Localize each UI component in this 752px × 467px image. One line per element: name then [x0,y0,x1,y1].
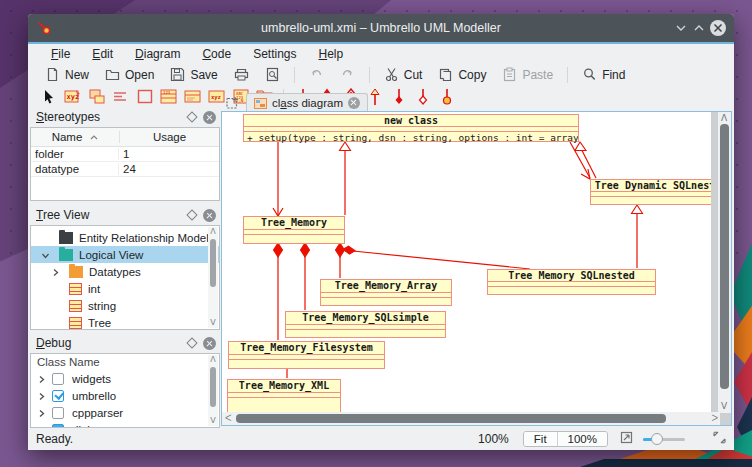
chevron-down-icon[interactable] [41,250,50,259]
chevron-right-icon[interactable] [37,374,46,383]
box-tool-icon[interactable] [136,88,153,105]
new-button[interactable]: New [38,65,96,84]
copy-icon [438,67,453,82]
slider-handle[interactable] [651,433,663,445]
menu-diagram[interactable]: Diagram [126,45,189,63]
print-preview-button[interactable] [258,65,287,84]
scroll-up-icon[interactable]: ᐱ [208,227,218,237]
open-folder-icon [105,67,120,82]
tree-item-string[interactable]: string [31,297,219,314]
select-tool-icon[interactable] [40,88,57,105]
undo-button[interactable] [302,65,331,84]
debug-item-widgets[interactable]: widgets [31,370,219,387]
tree-view-scrollbar[interactable]: ᐱ ᐯ [208,227,218,328]
menu-edit[interactable]: Edit [83,45,122,63]
find-button[interactable]: Find [575,65,632,84]
debug-scrollbar[interactable]: ᐱ ᐯ [208,355,218,426]
vertical-scrollbar[interactable]: ᐱ ᐯ [718,112,731,413]
menu-code[interactable]: Code [193,45,240,63]
fit-button[interactable]: Fit [524,432,557,446]
close-icon[interactable] [710,20,726,36]
horizontal-scrollbar[interactable]: ᐸ ᐳ [222,412,720,425]
debug-panel-header[interactable]: Debug [30,333,220,353]
umbrello-window: umbrello-uml.xmi – Umbrello UML Modeller… [28,14,734,450]
tree-view-panel-header[interactable]: Tree View [30,205,220,225]
print-button[interactable] [227,65,256,84]
vertical-scrollbar-thumb[interactable] [720,124,729,389]
tab-class-diagram[interactable]: class diagram [246,93,368,112]
class-box-tree_memory_sqlnested[interactable]: Tree_Memory_SQLnested [487,269,656,295]
chevron-right-icon[interactable] [51,267,60,276]
scroll-left-icon[interactable]: ᐸ [225,412,232,425]
stereotype-name: datatype [31,163,119,175]
desktop: umbrello-uml.xmi – Umbrello UML Modeller… [0,0,752,467]
statusbar: Ready. 100% Fit 100% [28,428,734,450]
debug-item-dialogs[interactable]: dialogs [31,421,219,428]
column-name[interactable]: Name [31,131,120,143]
zoom-original-icon[interactable] [620,431,633,447]
zoom-slider[interactable] [643,432,685,446]
debug-item-label: cppparser [72,407,123,419]
new-tab-icon[interactable] [226,96,239,109]
table-row[interactable]: folder 1 [31,147,219,162]
close-panel-icon[interactable] [202,110,216,124]
horizontal-scrollbar-thumb[interactable] [236,414,666,423]
class-tool-icon[interactable]: 123 [160,88,177,105]
table-row[interactable]: datatype 24 [31,162,219,177]
checkbox-unchecked[interactable] [52,373,64,385]
copy-button[interactable]: Copy [431,65,493,84]
diagram-canvas[interactable]: new_class + setup(type : string, dsn : s… [222,112,711,413]
titlebar[interactable]: umbrello-uml.xmi – Umbrello UML Modeller [28,14,734,42]
menu-settings[interactable]: Settings [244,45,305,63]
menu-file[interactable]: File [42,45,79,63]
debug-item-cppparser[interactable]: cppparser [31,404,219,421]
tree-item-datatypes[interactable]: Datatypes [31,263,219,280]
tree-item-entity-relationship-model[interactable]: Entity Relationship Model [31,229,219,246]
hollow-triangle-arrowhead [340,142,351,151]
class-box-tree_memory_filesystem[interactable]: Tree_Memory_Filesystem [228,341,385,369]
class-box-tree_memory_array[interactable]: Tree_Memory_Array [320,279,452,306]
menu-help[interactable]: Help [310,45,353,63]
float-panel-icon[interactable] [185,208,199,222]
scroll-right-icon[interactable]: ᐳ [711,412,718,425]
class-box-new_class[interactable]: new_class + setup(type : string, dsn : s… [243,114,579,142]
stereotypes-panel-header[interactable]: Stereotypes [30,107,220,127]
float-panel-icon[interactable] [185,110,199,124]
class-box-tree_dynamic_sqlnest[interactable]: Tree_Dynamic_SQLnest [590,179,711,205]
open-button[interactable]: Open [98,65,161,84]
paste-button[interactable]: Paste [495,65,560,84]
new-file-icon [45,67,60,82]
column-usage[interactable]: Usage [120,131,219,143]
minimize-icon[interactable] [674,21,688,35]
tree-item-int[interactable]: int [31,280,219,297]
note-tool-icon[interactable] [88,88,105,105]
class-box-tree_memory_xml[interactable]: Tree_Memory_XML [227,379,341,413]
close-panel-icon[interactable] [202,208,216,222]
float-panel-icon[interactable] [185,336,199,350]
redo-button[interactable] [333,65,362,84]
class-box-tree_memory[interactable]: Tree_Memory [243,216,345,244]
chevron-right-icon[interactable] [37,391,46,400]
scroll-down-icon[interactable]: ᐯ [208,318,218,328]
close-panel-icon[interactable] [202,336,216,350]
save-button[interactable]: Save [163,65,224,84]
scroll-down-icon[interactable]: ᐯ [208,416,218,426]
checkbox-checked[interactable] [52,390,64,402]
maximize-icon[interactable] [692,21,706,35]
stereotypes-column-header[interactable]: Name Usage [31,128,219,147]
scroll-down-icon[interactable]: ᐯ [721,400,727,413]
lines-tool-icon[interactable] [112,88,129,105]
scroll-up-icon[interactable]: ᐱ [208,355,218,365]
debug-item-umbrello[interactable]: umbrello [31,387,219,404]
class-box-tree_memory_sqlsimple[interactable]: Tree_Memory_SQLsimple [285,311,446,338]
interface-tool-icon[interactable] [184,88,201,105]
expand-statusbar-icon[interactable] [713,431,726,447]
tree-item-tree[interactable]: Tree [31,314,219,330]
chevron-right-icon[interactable] [37,408,46,417]
checkbox-unchecked[interactable] [52,407,64,419]
tab-close-icon[interactable] [348,97,360,109]
tree-item-logical-view[interactable]: Logical View [31,246,219,263]
zoom-100-button[interactable]: 100% [557,432,607,446]
text-tool-icon[interactable]: xyz [64,88,81,105]
cut-button[interactable]: Cut [377,65,430,84]
